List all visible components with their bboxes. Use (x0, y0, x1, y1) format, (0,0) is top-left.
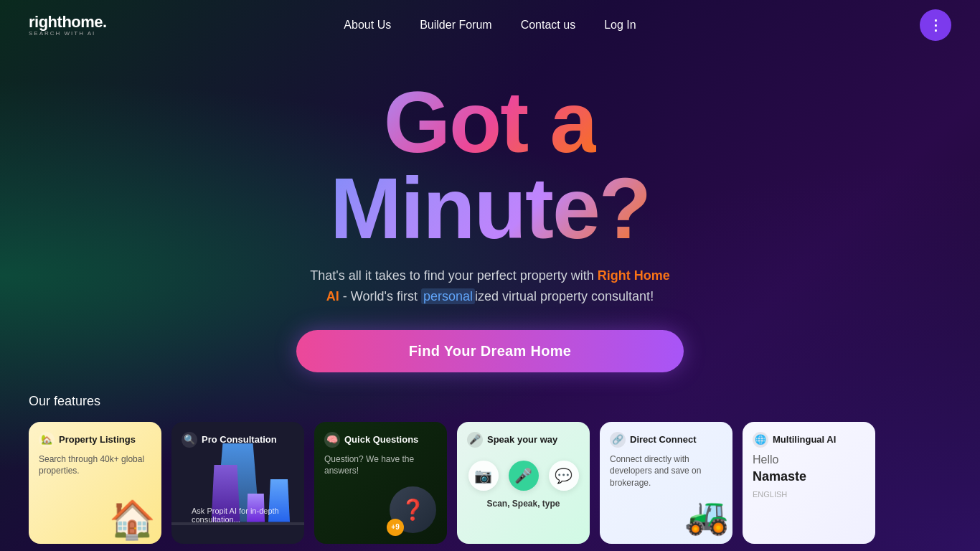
card-header-pro: 🔍 Pro Consultation (182, 432, 294, 448)
multilingual-content: Hello Namaste ENGLISH (753, 453, 865, 499)
features-section: Our features 🏡 Property Listings Search … (0, 372, 980, 544)
navbar: righthome. SEARCH WITH AI About Us Build… (0, 0, 980, 50)
card-title-speak: Speak your way (487, 434, 557, 445)
card-desc-pro: Ask Propit AI for in-depth consultation.… (192, 507, 284, 524)
mic-icon: 🎤 (509, 461, 539, 491)
hero-word-minute: Minute? (330, 160, 650, 256)
nav-contact[interactable]: Contact us (521, 19, 575, 32)
logo[interactable]: righthome. SEARCH WITH AI (29, 14, 107, 37)
direct-icon: 🔗 (610, 432, 626, 448)
camera-icon: 📷 (468, 461, 499, 491)
feature-card-pro-consultation[interactable]: 🔍 Pro Consultation Ask Propit AI for in-… (171, 422, 304, 544)
pro-icon: 🔍 (182, 432, 197, 448)
question-visual: ❓ +9 (390, 486, 440, 537)
hero-word-got: Got a (384, 74, 597, 170)
features-title: Our features (29, 394, 951, 409)
nav-right: ⋮ (920, 9, 951, 41)
feature-card-multilingual[interactable]: 🌐 Multilingual AI Hello Namaste ENGLISH (743, 422, 875, 544)
hero-title: Got a Minute? (330, 79, 650, 251)
nav-about[interactable]: About Us (344, 19, 391, 32)
hero-subtitle: That's all it takes to find your perfect… (303, 265, 677, 307)
card-header: 🏡 Property Listings (39, 432, 151, 448)
feature-card-speak-way[interactable]: 🎤 Speak your way 📷 🎤 💬 Scan, Speak, type (457, 422, 590, 544)
subtitle-middle: - World's first (339, 289, 421, 303)
card-title-direct: Direct Connect (630, 434, 696, 445)
card-title-pro: Pro Consultation (202, 434, 277, 445)
subtitle-plain: That's all it takes to find your perfect… (310, 268, 598, 283)
pro-card-content: 🔍 Pro Consultation Ask Propit AI for in-… (182, 432, 294, 534)
property-icon: 🏡 (39, 432, 55, 448)
card-title-quick: Quick Questions (344, 434, 418, 445)
card-desc-quick: Question? We have the answers! (324, 453, 437, 478)
card-header-multilingual: 🌐 Multilingual AI (753, 432, 865, 448)
card-desc-property: Search through 40k+ global properties. (39, 453, 151, 478)
namaste-text: Namaste (753, 469, 865, 484)
feature-card-direct-connect[interactable]: 🔗 Direct Connect Connect directly with d… (600, 422, 732, 544)
excavator-icon: 🚜 (684, 495, 729, 537)
house-icon: 🏠 (109, 501, 156, 538)
menu-dots-button[interactable]: ⋮ (920, 9, 951, 41)
card-title-property: Property Listings (59, 434, 136, 445)
card-header-speak: 🎤 Speak your way (467, 432, 580, 448)
hero-section: Got a Minute? That's all it takes to fin… (0, 50, 980, 372)
hello-text: Hello (753, 453, 865, 466)
speak-icons: 📷 🎤 💬 (467, 461, 580, 491)
card-desc-speak: Scan, Speak, type (467, 498, 580, 510)
nav-links: About Us Builder Forum Contact us Log In (344, 19, 636, 32)
multilingual-icon: 🌐 (753, 432, 768, 448)
chat-icon: 💬 (549, 461, 579, 491)
features-grid: 🏡 Property Listings Search through 40k+ … (29, 422, 951, 544)
nav-builder[interactable]: Builder Forum (420, 19, 491, 32)
language-label: ENGLISH (753, 490, 865, 499)
pro-card-bottom: Ask Propit AI for in-depth consultation.… (192, 507, 284, 524)
quick-icon: 🧠 (324, 432, 340, 448)
card-title-multilingual: Multilingual AI (773, 434, 836, 445)
card-header-direct: 🔗 Direct Connect (610, 432, 722, 448)
logo-text: righthome. (29, 14, 107, 30)
question-circle: ❓ +9 (390, 486, 436, 533)
card-header-quick: 🧠 Quick Questions (324, 432, 437, 448)
feature-card-quick-questions[interactable]: 🧠 Quick Questions Question? We have the … (314, 422, 447, 544)
subtitle-highlight: personal (421, 288, 475, 304)
speak-icon: 🎤 (467, 432, 483, 448)
nav-login[interactable]: Log In (604, 19, 636, 32)
subtitle-end: ized virtual property consultant! (475, 289, 654, 303)
feature-card-property-listings[interactable]: 🏡 Property Listings Search through 40k+ … (29, 422, 161, 544)
cta-button[interactable]: Find Your Dream Home (296, 330, 684, 372)
card-desc-direct: Connect directly with developers and sav… (610, 453, 722, 489)
logo-tagline: SEARCH WITH AI (29, 31, 107, 37)
plus-badge: +9 (387, 519, 404, 536)
